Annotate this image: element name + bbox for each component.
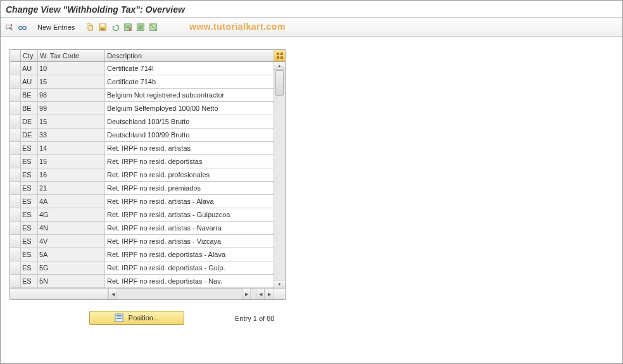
cell-tax-code[interactable]: 5N [38,275,105,288]
row-selector[interactable] [10,182,21,195]
scroll-right-icon[interactable]: ▶ [242,289,251,299]
row-selector[interactable] [10,89,21,102]
row-selector[interactable] [10,261,21,275]
cell-cty[interactable]: BE [21,102,38,115]
cell-tax-code[interactable]: 10 [38,62,105,75]
cell-cty[interactable]: ES [21,261,38,275]
details-icon[interactable] [4,22,15,32]
row-selector[interactable] [10,222,21,235]
table-row[interactable]: DE33Deutschland 100/99 Brutto [10,129,274,142]
select-column-header[interactable] [10,50,21,61]
cell-description[interactable]: Ret. IRPF no resid. artistas - Alava [105,195,274,208]
cell-tax-code[interactable]: 4A [38,195,105,208]
table-row[interactable]: ES4NRet. IRPF no resid. artistas - Navar… [10,222,274,235]
table-row[interactable]: BE99Belgium Selfemployed 100/00 Netto [10,102,274,115]
row-selector[interactable] [10,235,21,248]
column-header-description[interactable]: Description [105,50,274,61]
cell-tax-code[interactable]: 5A [38,248,105,261]
table-row[interactable]: ES21Ret. IRPF no resid. premiados [10,182,274,195]
cell-description[interactable]: Ret. IRPF no resid. artistas - Navarra [105,222,274,235]
row-selector[interactable] [10,115,21,129]
cell-description[interactable]: Ret. IRPF no resid. deportistas [105,155,274,168]
delete-row-icon[interactable] [123,22,133,32]
cell-cty[interactable]: ES [21,182,38,195]
row-selector[interactable] [10,248,21,261]
table-row[interactable]: ES16Ret. IRPF no resid. profesionales [10,168,274,182]
table-row[interactable]: ES14Ret. IRPF no resid. artistas [10,142,274,155]
row-selector[interactable] [10,168,21,182]
table-row[interactable]: ES4GRet. IRPF no resid. artistas - Guipu… [10,208,274,222]
cell-description[interactable]: Belgium Selfemployed 100/00 Netto [105,102,274,115]
row-selector[interactable] [10,195,21,208]
cell-cty[interactable]: DE [21,115,38,129]
cell-description[interactable]: Deutschland 100/99 Brutto [105,129,274,142]
cell-cty[interactable]: ES [21,208,38,222]
cell-tax-code[interactable]: 4N [38,222,105,235]
cell-tax-code[interactable]: 4V [38,235,105,248]
scroll-thumb[interactable] [275,70,284,96]
table-row[interactable]: DE15Deutschland 100/15 Brutto [10,115,274,129]
cell-tax-code[interactable]: 5G [38,261,105,275]
cell-tax-code[interactable]: 33 [38,129,105,142]
cell-cty[interactable]: ES [21,222,38,235]
table-row[interactable]: AU15Certificate 714b [10,75,274,89]
cell-cty[interactable]: ES [21,168,38,182]
cell-cty[interactable]: AU [21,75,38,89]
cell-description[interactable]: Ret. IRPF no resid. profesionales [105,168,274,182]
cell-description[interactable]: Ret. IRPF no resid. artistas - Vizcaya [105,235,274,248]
cell-cty[interactable]: ES [21,275,38,288]
scroll-up-icon[interactable]: ▲ [274,62,285,70]
copy-icon[interactable] [85,22,95,32]
cell-description[interactable]: Ret. IRPF no resid. deportistas - Nav. [105,275,274,288]
table-row[interactable]: ES4ARet. IRPF no resid. artistas - Alava [10,195,274,208]
table-config-icon[interactable] [274,50,285,61]
cell-description[interactable]: Ret. IRPF no resid. deportistas - Guip. [105,261,274,275]
cell-cty[interactable]: ES [21,142,38,155]
cell-tax-code[interactable]: 98 [38,89,105,102]
table-row[interactable]: ES5NRet. IRPF no resid. deportistas - Na… [10,275,274,288]
row-selector[interactable] [10,155,21,168]
cell-description[interactable]: Ret. IRPF no resid. premiados [105,182,274,195]
cell-description[interactable]: Ret. IRPF no resid. artistas [105,142,274,155]
cell-tax-code[interactable]: 14 [38,142,105,155]
cell-cty[interactable]: ES [21,195,38,208]
cell-cty[interactable]: AU [21,62,38,75]
cell-cty[interactable]: ES [21,235,38,248]
column-header-cty[interactable]: Cty [21,50,38,61]
table-row[interactable]: ES15Ret. IRPF no resid. deportistas [10,155,274,168]
cell-cty[interactable]: ES [21,155,38,168]
horizontal-scrollbar[interactable]: ◀ ▶ ◀ ▶ [10,288,285,299]
scroll-left-icon[interactable]: ◀ [108,289,117,299]
row-selector[interactable] [10,102,21,115]
scroll-left2-icon[interactable]: ◀ [256,289,265,299]
cell-description[interactable]: Certificate 714b [105,75,274,89]
hscroll-track[interactable] [117,289,242,299]
new-entries-button[interactable]: New Entries [36,23,76,31]
row-selector[interactable] [10,275,21,288]
cell-tax-code[interactable]: 15 [38,115,105,129]
table-row[interactable]: AU10Certificate 714I [10,62,274,75]
cell-tax-code[interactable]: 21 [38,182,105,195]
cell-tax-code[interactable]: 99 [38,102,105,115]
table-row[interactable]: ES5ARet. IRPF no resid. deportistas - Al… [10,248,274,261]
column-header-tax-code[interactable]: W. Tax Code [38,50,105,61]
glasses-icon[interactable] [17,22,27,32]
undo-icon[interactable] [110,22,120,32]
position-button[interactable]: Position... [89,311,184,325]
save-floppy-icon[interactable] [98,22,108,32]
row-selector[interactable] [10,62,21,75]
deselect-all-icon[interactable] [148,22,158,32]
cell-description[interactable]: Ret. IRPF no resid. deportistas - Alava [105,248,274,261]
cell-description[interactable]: Certificate 714I [105,62,274,75]
cell-description[interactable]: Belgium Not registrered subcontractor [105,89,274,102]
cell-description[interactable]: Ret. IRPF no resid. artistas - Guipuzcoa [105,208,274,222]
select-all-icon[interactable] [135,22,146,32]
row-selector[interactable] [10,142,21,155]
scroll-down-icon[interactable]: ▼ [274,280,285,288]
vertical-scrollbar[interactable]: ▲ ▼ [274,62,285,288]
cell-cty[interactable]: ES [21,248,38,261]
row-selector[interactable] [10,129,21,142]
cell-description[interactable]: Deutschland 100/15 Brutto [105,115,274,129]
table-row[interactable]: ES5GRet. IRPF no resid. deportistas - Gu… [10,261,274,275]
cell-tax-code[interactable]: 4G [38,208,105,222]
